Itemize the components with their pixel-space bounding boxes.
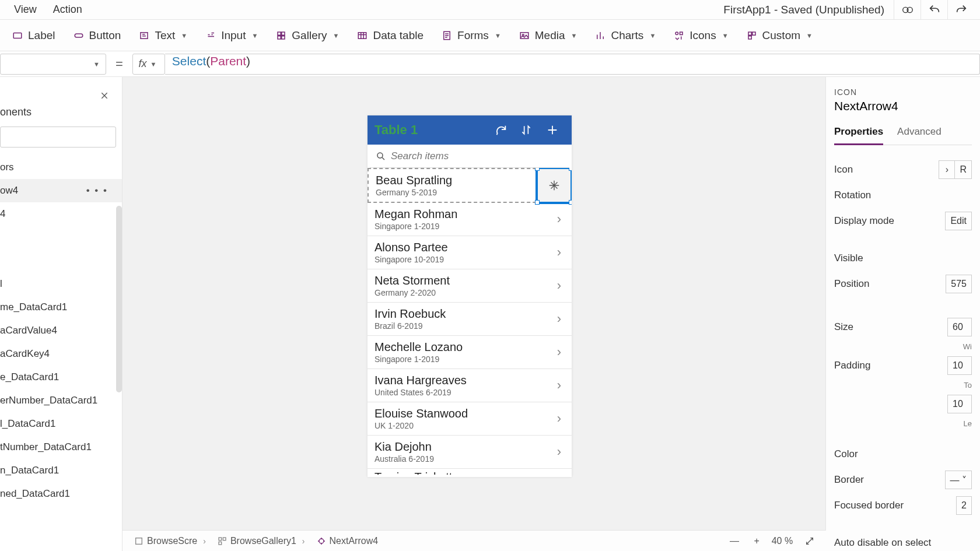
insert-button[interactable]: Button (65, 26, 130, 45)
prop-rotation-label: Rotation (834, 189, 972, 201)
prop-size-value[interactable]: 60 (947, 318, 972, 336)
chevron-right-icon[interactable]: › (554, 345, 565, 360)
gallery-row[interactable]: Neta StormentGermany 2-2020› (368, 269, 572, 303)
menu-view[interactable]: View (6, 1, 45, 18)
redo-icon[interactable] (947, 0, 974, 20)
svg-point-23 (319, 539, 324, 543)
tree-item[interactable]: n_DataCard1 (0, 459, 122, 482)
insert-custom[interactable]: Custom▼ (738, 26, 821, 45)
search-input[interactable] (391, 150, 564, 162)
prop-display-mode-value[interactable]: Edit (945, 212, 972, 230)
text-icon (138, 30, 150, 41)
chevron-right-icon[interactable]: › (939, 160, 955, 179)
gallery-row[interactable]: Mechelle LozanoSingapore 1-2019› (368, 336, 572, 369)
fx-button[interactable]: fx▼ (132, 54, 165, 75)
chevron-right-icon[interactable]: › (554, 278, 565, 293)
chevron-right-icon[interactable]: › (554, 444, 565, 459)
chevron-down-icon: ▼ (181, 32, 187, 39)
undo-icon[interactable] (921, 0, 947, 20)
custom-icon (746, 30, 758, 41)
gallery-row[interactable]: Elouise StanwoodUK 1-2020› (368, 402, 572, 436)
button-icon (73, 30, 85, 41)
breadcrumb-control[interactable]: NextArrow4 (317, 536, 379, 546)
insert-text[interactable]: Text▼ (130, 26, 195, 45)
canvas[interactable]: Table 1 (123, 77, 826, 551)
properties-panel: ICON NextArrow4 Properties Advanced Icon… (826, 77, 980, 551)
search-icon (376, 151, 386, 162)
svg-rect-16 (752, 32, 755, 35)
add-icon[interactable] (546, 124, 565, 136)
chevron-right-icon[interactable]: › (554, 245, 565, 260)
tree-search-input[interactable] (0, 127, 116, 148)
tree-item[interactable]: tNumber_DataCard1 (0, 436, 122, 459)
prop-icon-value[interactable]: R (955, 160, 972, 179)
tree-item[interactable]: l_DataCard1 (0, 412, 122, 436)
expand-icon[interactable] (805, 536, 814, 546)
prop-border-value[interactable]: — ˅ (945, 471, 972, 489)
scrollbar[interactable] (116, 206, 122, 392)
svg-point-13 (676, 32, 678, 35)
property-select[interactable]: ▼ (0, 54, 106, 75)
search-box[interactable] (370, 145, 569, 168)
chevron-right-icon[interactable]: › (554, 378, 565, 393)
tree-item[interactable]: e_DataCard1 (0, 366, 122, 389)
tree-item[interactable]: erNumber_DataCard1 (0, 389, 122, 412)
tab-advanced[interactable]: Advanced (897, 122, 942, 145)
svg-rect-7 (278, 36, 281, 38)
gallery-row[interactable]: Kia DejohnAustralia 6-2019› (368, 436, 572, 469)
tree-view-panel: onents ors ow4• • • 4 l me_DataCard1 aCa… (0, 77, 123, 551)
prop-position-value[interactable]: 575 (946, 275, 972, 293)
insert-charts[interactable]: Charts▼ (586, 26, 664, 45)
insert-icons[interactable]: Icons▼ (665, 26, 736, 45)
insert-media[interactable]: Media▼ (510, 26, 586, 45)
chevron-right-icon[interactable]: › (554, 470, 565, 475)
gallery-row[interactable]: Irvin RoebuckBrazil 6-2019› (368, 303, 572, 336)
app-title: Table 1 (374, 122, 418, 138)
svg-rect-2 (13, 33, 22, 38)
formula-input[interactable]: Select(Parent) (165, 54, 980, 75)
tree-item[interactable]: me_DataCard1 (0, 296, 122, 319)
gallery-row[interactable]: Tamica Trickett› (368, 469, 572, 475)
row-subtitle: Singapore 1-2019 (374, 222, 554, 231)
prop-padding-hint2: Le (964, 419, 972, 428)
equals-sign: = (106, 57, 132, 72)
prop-padding-top-value[interactable]: 10 (947, 356, 972, 375)
row-subtitle: Singapore 1-2019 (374, 355, 554, 364)
tree-item[interactable]: l (0, 272, 122, 296)
selected-nextarrow-icon[interactable] (536, 168, 572, 204)
more-icon[interactable]: • • • (86, 185, 116, 196)
gallery-row[interactable]: Beau Spratling Germany 5-2019 (368, 168, 572, 203)
insert-data-table[interactable]: Data table (348, 26, 432, 45)
chevron-right-icon[interactable]: › (554, 311, 565, 327)
svg-rect-3 (75, 34, 83, 37)
sort-icon[interactable] (520, 124, 539, 136)
close-icon[interactable] (99, 90, 110, 101)
chevron-right-icon: › (302, 536, 305, 546)
chevron-right-icon[interactable]: › (554, 411, 565, 426)
control-name: NextArrow4 (834, 97, 972, 122)
gallery-row[interactable]: Ivana HargreavesUnited States 6-2019› (368, 369, 572, 402)
breadcrumb-screen[interactable]: BrowseScre› (134, 536, 206, 546)
tree-item-selected[interactable]: ow4• • • (0, 179, 122, 202)
tree-item[interactable]: 4 (0, 202, 122, 226)
prop-focused-border-value[interactable]: 2 (956, 496, 972, 515)
menu-action[interactable]: Action (45, 1, 90, 18)
tab-properties[interactable]: Properties (834, 122, 883, 145)
tree-item[interactable]: ned_DataCard1 (0, 482, 122, 506)
gallery-row[interactable]: Alonso ParteeSingapore 10-2019› (368, 236, 572, 269)
gallery-row[interactable]: Megan RohmanSingapore 1-2019› (368, 203, 572, 236)
prop-padding-left-value[interactable]: 10 (947, 395, 972, 413)
chevron-right-icon[interactable]: › (554, 212, 565, 227)
insert-forms[interactable]: Forms▼ (433, 26, 509, 45)
tree-item[interactable]: ors (0, 156, 122, 179)
insert-label[interactable]: Label (4, 26, 64, 45)
tree-item[interactable]: aCardValue4 (0, 319, 122, 342)
refresh-icon[interactable] (495, 124, 513, 136)
insert-gallery[interactable]: Gallery▼ (267, 26, 347, 45)
breadcrumb-gallery[interactable]: BrowseGallery1› (218, 536, 305, 546)
zoom-controls[interactable]: — + 40 % (730, 536, 814, 546)
tree-item[interactable]: aCardKey4 (0, 342, 122, 366)
prop-visible-label: Visible (834, 252, 972, 264)
app-checker-icon[interactable] (894, 0, 921, 20)
insert-input[interactable]: Input▼ (197, 26, 266, 45)
